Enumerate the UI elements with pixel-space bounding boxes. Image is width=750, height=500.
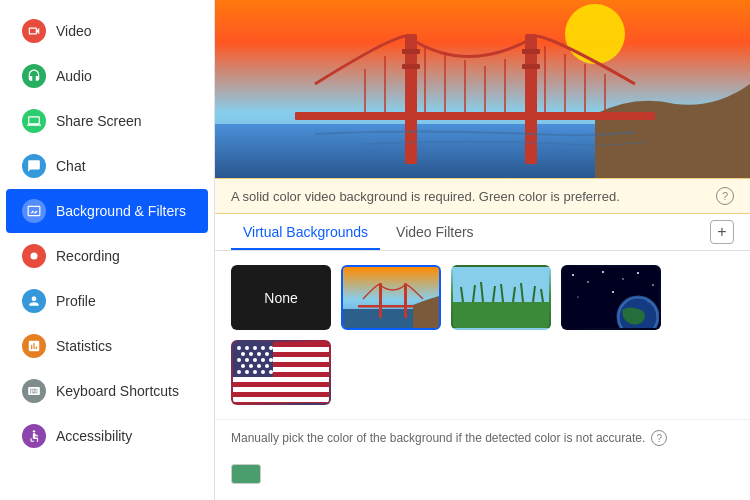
sidebar-item-recording[interactable]: Recording	[6, 234, 208, 278]
sidebar-item-accessibility-label: Accessibility	[56, 428, 132, 444]
color-picker-button[interactable]	[231, 464, 261, 484]
svg-point-61	[253, 346, 257, 350]
keyboard-icon	[22, 379, 46, 403]
bottom-hint: Manually pick the color of the backgroun…	[215, 419, 750, 456]
sidebar-item-background-label: Background & Filters	[56, 203, 186, 219]
svg-rect-25	[379, 283, 382, 318]
warning-bar: A solid color video background is requir…	[215, 178, 750, 214]
svg-point-59	[237, 346, 241, 350]
svg-rect-9	[522, 49, 540, 54]
svg-rect-56	[233, 387, 331, 392]
tab-virtual-backgrounds[interactable]: Virtual Backgrounds	[231, 214, 380, 250]
svg-point-43	[622, 278, 623, 279]
svg-point-63	[269, 346, 273, 350]
statistics-icon	[22, 334, 46, 358]
sidebar-item-recording-label: Recording	[56, 248, 120, 264]
sidebar-item-share-screen-label: Share Screen	[56, 113, 142, 129]
svg-point-73	[241, 364, 245, 368]
sidebar-item-keyboard[interactable]: Keyboard Shortcuts	[6, 369, 208, 413]
svg-point-78	[245, 370, 249, 374]
sidebar-item-chat-label: Chat	[56, 158, 86, 174]
svg-rect-55	[233, 377, 331, 382]
backgrounds-grid: None	[215, 251, 750, 419]
profile-icon	[22, 289, 46, 313]
chat-icon	[22, 154, 46, 178]
svg-point-1	[33, 430, 35, 432]
sidebar-item-video[interactable]: Video	[6, 9, 208, 53]
svg-point-68	[237, 358, 241, 362]
tabs-row: Virtual Backgrounds Video Filters +	[215, 214, 750, 251]
svg-point-81	[269, 370, 273, 374]
svg-point-45	[652, 284, 654, 286]
recording-icon	[22, 244, 46, 268]
svg-point-66	[257, 352, 261, 356]
svg-point-44	[637, 272, 639, 274]
svg-point-0	[31, 253, 38, 260]
tab-video-filters[interactable]: Video Filters	[384, 214, 486, 250]
svg-point-67	[265, 352, 269, 356]
bottom-hint-text: Manually pick the color of the backgroun…	[231, 431, 645, 445]
svg-rect-10	[522, 64, 540, 69]
svg-point-3	[565, 4, 625, 64]
color-pick-row	[215, 456, 750, 500]
svg-rect-26	[404, 283, 407, 318]
svg-point-75	[257, 364, 261, 368]
svg-rect-7	[402, 49, 420, 54]
svg-point-70	[253, 358, 257, 362]
tabs-left: Virtual Backgrounds Video Filters	[231, 214, 490, 250]
sidebar: Video Audio Share Screen Chat	[0, 0, 215, 500]
sidebar-item-profile[interactable]: Profile	[6, 279, 208, 323]
svg-rect-57	[233, 397, 331, 402]
accessibility-icon	[22, 424, 46, 448]
svg-rect-8	[402, 64, 420, 69]
svg-point-80	[261, 370, 265, 374]
svg-rect-11	[295, 112, 655, 120]
svg-point-72	[269, 358, 273, 362]
sidebar-item-accessibility[interactable]: Accessibility	[6, 414, 208, 458]
sidebar-item-background[interactable]: Background & Filters	[6, 189, 208, 233]
background-grass[interactable]	[451, 265, 551, 330]
sidebar-item-keyboard-label: Keyboard Shortcuts	[56, 383, 179, 399]
video-icon	[22, 19, 46, 43]
sidebar-item-audio-label: Audio	[56, 68, 92, 84]
background-bridge[interactable]	[341, 265, 441, 330]
warning-text: A solid color video background is requir…	[231, 189, 620, 204]
svg-point-60	[245, 346, 249, 350]
svg-point-79	[253, 370, 257, 374]
background-icon	[22, 199, 46, 223]
sidebar-item-chat[interactable]: Chat	[6, 144, 208, 188]
svg-point-40	[572, 274, 574, 276]
background-space[interactable]	[561, 265, 661, 330]
svg-point-71	[261, 358, 265, 362]
audio-icon	[22, 64, 46, 88]
svg-point-62	[261, 346, 265, 350]
background-flag[interactable]	[231, 340, 331, 405]
none-label: None	[264, 290, 297, 306]
warning-help-icon[interactable]: ?	[716, 187, 734, 205]
hint-help-icon[interactable]: ?	[651, 430, 667, 446]
sidebar-item-audio[interactable]: Audio	[6, 54, 208, 98]
svg-point-47	[612, 291, 614, 293]
sidebar-item-video-label: Video	[56, 23, 92, 39]
svg-rect-29	[453, 302, 551, 330]
svg-point-69	[245, 358, 249, 362]
svg-point-41	[587, 281, 589, 283]
svg-point-64	[241, 352, 245, 356]
svg-point-76	[265, 364, 269, 368]
svg-point-74	[249, 364, 253, 368]
sidebar-item-share-screen[interactable]: Share Screen	[6, 99, 208, 143]
sidebar-item-profile-label: Profile	[56, 293, 96, 309]
svg-point-77	[237, 370, 241, 374]
add-background-button[interactable]: +	[710, 220, 734, 244]
svg-point-46	[577, 296, 578, 297]
sidebar-item-statistics-label: Statistics	[56, 338, 112, 354]
preview-area	[215, 0, 750, 178]
sidebar-item-statistics[interactable]: Statistics	[6, 324, 208, 368]
svg-point-65	[249, 352, 253, 356]
background-none[interactable]: None	[231, 265, 331, 330]
svg-point-42	[602, 271, 604, 273]
main-content: A solid color video background is requir…	[215, 0, 750, 500]
share-screen-icon	[22, 109, 46, 133]
